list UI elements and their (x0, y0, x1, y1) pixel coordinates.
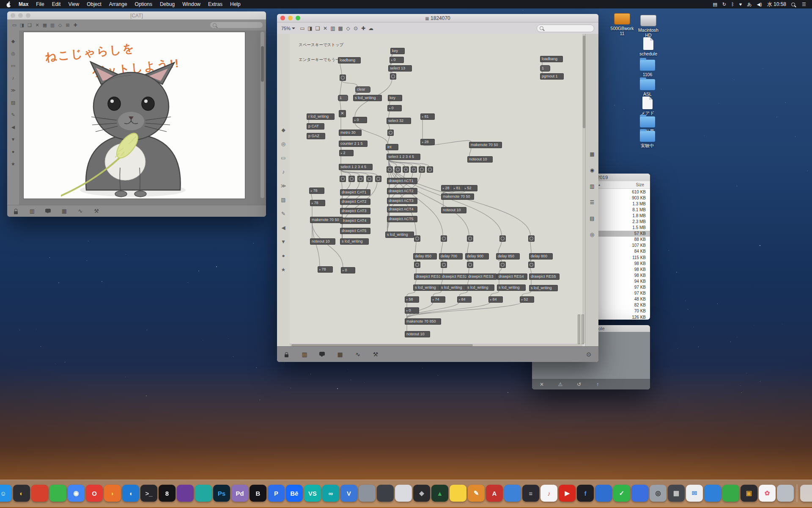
patch-object-delay-850[interactable]: delay 850 (413, 253, 437, 260)
annotate-icon[interactable]: ✎ (9, 111, 17, 119)
dock-icon-app-blue2[interactable] (595, 485, 612, 502)
patch-bang[interactable] (499, 262, 506, 268)
video-icon[interactable]: ▼ (280, 238, 287, 246)
desktop-icon-folder[interactable]: 実験中 (634, 130, 661, 148)
dock-icon-app-purple[interactable] (177, 485, 194, 502)
dock-icon-app-green[interactable] (49, 485, 66, 502)
grid-icon[interactable]: ▦ (60, 207, 68, 215)
patch-object-noteout-10[interactable]: noteout 10 (310, 238, 335, 245)
images-icon[interactable]: ▨ (280, 196, 287, 204)
close-box-icon[interactable]: ✕ (321, 25, 329, 32)
wrench-icon[interactable]: ⚒ (93, 207, 100, 215)
console-icon[interactable]: ◨ (306, 25, 314, 32)
cat-traffic-lights[interactable] (11, 13, 30, 18)
help-icon[interactable]: ⊙ (352, 25, 359, 32)
inspector-icon[interactable]: ◎ (9, 50, 17, 57)
patch-object-s-lcd-writing[interactable]: s lcd_writing (413, 284, 442, 291)
dock-icon-opera[interactable]: O (86, 485, 103, 502)
dock-icon-app-blue4[interactable] (704, 485, 721, 502)
patch-bang[interactable] (340, 75, 346, 81)
dock-icon-photos[interactable]: ✿ (759, 485, 776, 502)
inspector-icon[interactable]: ◎ (280, 140, 287, 148)
patch-bang[interactable] (427, 166, 433, 173)
video-icon[interactable]: ▼ (9, 135, 17, 143)
patch-bang[interactable] (467, 262, 473, 268)
favorites-icon[interactable]: ★ (9, 160, 17, 168)
clear-icon[interactable]: ✕ (538, 381, 546, 388)
menu-item-view[interactable]: View (64, 1, 83, 7)
patch-bang[interactable] (414, 235, 420, 242)
signal-icon[interactable]: ∿ (77, 207, 84, 215)
dock-icon-app-a[interactable]: A (486, 485, 503, 502)
menu-item-debug[interactable]: Debug (156, 1, 178, 7)
patch-bang[interactable] (340, 176, 346, 182)
patch-object-noteout-10[interactable]: noteout 10 (441, 207, 466, 213)
patch-number-84[interactable]: ▸84 (488, 296, 503, 303)
patch-bang[interactable] (387, 166, 393, 173)
patch-bang[interactable] (387, 130, 394, 136)
patch-bang[interactable] (395, 166, 401, 173)
undo-icon[interactable]: ↺ (575, 381, 583, 388)
apple-menu-icon[interactable] (6, 1, 11, 8)
patch-object-delay-700[interactable]: delay 700 (439, 253, 463, 260)
patch-object-drawpict-act1[interactable]: drawpict ACT1 (387, 178, 417, 184)
patch-object-s-lcd-writing[interactable]: s lcd_writing (497, 284, 526, 291)
patch-number-28[interactable]: ▸28 (420, 139, 435, 145)
dock-icon-youtube[interactable]: ▶ (559, 485, 576, 502)
max-search-field[interactable] (537, 25, 594, 32)
dock-icon-camera[interactable]: ◎ (650, 485, 667, 502)
patch-number-81[interactable]: ▸81 (420, 113, 435, 120)
snapshot-icon[interactable]: ◎ (588, 231, 596, 238)
add-object-icon[interactable]: ✚ (359, 25, 367, 32)
objects-icon[interactable]: ◆ (9, 37, 17, 45)
patch-object-select-13[interactable]: select 13 (388, 65, 412, 72)
patch-object-makenote-70-50[interactable]: makenote 70 50 (441, 193, 474, 200)
volume-icon[interactable]: ◀) (757, 0, 762, 8)
favorites-icon[interactable]: ★ (280, 266, 287, 273)
dock-icon-finder[interactable]: ☺ (0, 485, 12, 502)
patch-object-makenote-70-850[interactable]: makenote 70 850 (405, 318, 441, 325)
zoom-control[interactable]: 75% (281, 26, 295, 31)
patch-bang[interactable] (411, 166, 417, 173)
dock-icon-app-slate[interactable] (377, 485, 394, 502)
patch-object-select-32[interactable]: select 32 (387, 118, 411, 124)
patch-object-drawpict-act4[interactable]: drawpict ACT4 (387, 206, 417, 213)
patch-object-noteout-10[interactable]: noteout 10 (405, 331, 430, 337)
cat-search-field[interactable] (210, 22, 263, 28)
new-object-icon[interactable]: ⊞ (64, 21, 71, 29)
dock-icon-app-f[interactable]: f (577, 485, 594, 502)
patch-object-delay-900[interactable]: delay 900 (465, 253, 489, 260)
dock-icon-app-pen[interactable]: ✎ (468, 485, 485, 502)
dock-icon-app-bank[interactable]: ▦ (668, 485, 685, 502)
patch-bang[interactable] (414, 262, 420, 268)
patch-object-s-lcd-writing[interactable]: s lcd_writing (385, 232, 414, 238)
menu-item-edit[interactable]: Edit (48, 1, 65, 7)
bluetooth-icon[interactable]: ᛒ (731, 0, 734, 8)
patch-bang[interactable] (499, 235, 506, 242)
dock-icon-app-b[interactable]: B (250, 485, 266, 502)
info-icon[interactable]: ◉ (588, 166, 596, 174)
patch-object-metro-30[interactable]: metro 30 (339, 130, 362, 136)
presentation-icon[interactable]: ◇ (344, 25, 352, 32)
patch-object-drawpict-act2[interactable]: drawpict ACT2 (387, 188, 417, 194)
warning-icon[interactable]: ⚠ (557, 381, 564, 388)
patch-object-drawpict-cat2[interactable]: drawpict CAT2 (340, 199, 370, 205)
patch-bang[interactable] (357, 176, 364, 182)
patch-object-makenote-70-50[interactable]: makenote 70 50 (310, 217, 343, 223)
dock-icon-app-p[interactable]: P (268, 485, 285, 502)
patch-bang[interactable] (403, 166, 409, 173)
patch-number-2[interactable]: ▸2 (339, 150, 354, 156)
inspector-icon[interactable]: ▥ (329, 25, 337, 32)
menu-item-window[interactable]: Window (178, 1, 204, 7)
patch-number-0[interactable]: ▸0 (341, 267, 355, 273)
patch-bang[interactable] (390, 73, 396, 80)
patch-bang[interactable] (441, 262, 447, 268)
dock-icon-app-keys[interactable]: ≡ (522, 485, 539, 502)
dock-icon-app-blue[interactable] (504, 485, 521, 502)
midi-icon[interactable]: ≫ (280, 182, 287, 190)
dock-icon-app-green2[interactable] (722, 485, 739, 502)
patch-object-s-lcd-writing[interactable]: s lcd_writing (439, 284, 468, 291)
patch-number-52[interactable]: ▸52 (520, 296, 534, 303)
dock-icon-firefox[interactable]: ◗ (104, 485, 121, 502)
patch-object-key[interactable]: key (390, 48, 405, 54)
